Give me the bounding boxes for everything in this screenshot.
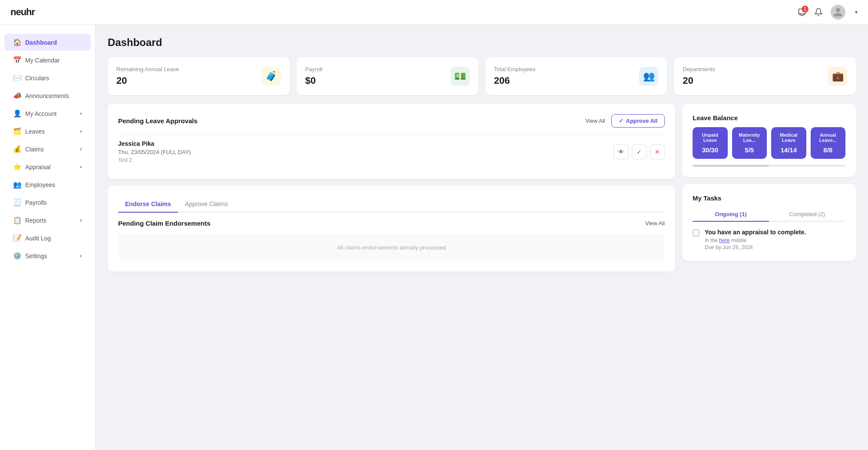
chevron-down-icon: ▾ <box>79 164 82 170</box>
sidebar-item-label: Circulars <box>25 75 49 82</box>
leave-bal-value: 30/30 <box>696 146 724 154</box>
leave-item: Jessica Pika Thu, 23/05/2024 (FULL DAY) … <box>118 135 665 168</box>
leave-bal-card-maternity-lea...[interactable]: Maternity Lea... 5/5 <box>732 127 767 159</box>
bell-button[interactable] <box>814 8 823 16</box>
sidebar-item-label: My Calendar <box>25 57 59 64</box>
sidebar-item-my-account[interactable]: 👤 My Account ▾ <box>4 105 91 122</box>
scroll-indicator <box>693 165 845 167</box>
stat-info: Total Employees 206 <box>494 66 535 86</box>
sidebar-item-label: Reports <box>25 217 46 224</box>
view-leave-button[interactable]: 👁 <box>614 145 628 159</box>
announcements-icon: 📣 <box>13 92 21 100</box>
pending-leave-header: Pending Leave Approvals View All ✓ Appro… <box>118 114 665 128</box>
chevron-down-icon: ▾ <box>79 128 82 135</box>
sidebar-item-appraisal[interactable]: ⭐ Appraisal ▾ <box>4 158 91 175</box>
sidebar-item-employees[interactable]: 👥 Employees <box>4 176 91 193</box>
sidebar-item-label: Announcements <box>25 92 69 99</box>
task-title: You have an appraisal to complete. <box>705 229 806 236</box>
topnav-right: 1 ▾ <box>798 5 858 20</box>
sidebar-item-settings[interactable]: ⚙️ Settings ▾ <box>4 247 91 264</box>
circulars-icon: ✉️ <box>13 74 21 82</box>
stat-value: 20 <box>116 75 179 86</box>
stat-card-departments: Departments 20 💼 <box>674 57 856 95</box>
claims-icon: 💰 <box>13 145 21 153</box>
tasks-tab-completed[interactable]: Completed (2) <box>769 207 845 222</box>
claims-card: Endorse ClaimsApprove Claims Pending Cla… <box>108 186 675 272</box>
sidebar: 🏠 Dashboard 📅 My Calendar ✉️ Circulars 📣… <box>0 24 96 450</box>
stat-icon-remaining-annual-leave: 🧳 <box>262 67 281 86</box>
sidebar-item-label: Appraisal <box>25 164 50 171</box>
task-due: Due by Jun 26, 2024 <box>705 244 806 250</box>
stat-icon-departments: 💼 <box>828 67 847 86</box>
task-link[interactable]: here <box>719 237 729 243</box>
sidebar-item-audit-log[interactable]: 📝 Audit Log <box>4 230 91 246</box>
claims-view-all[interactable]: View All <box>645 220 665 227</box>
approve-leave-button[interactable]: ✓ <box>632 145 647 159</box>
leave-note: Test 2 <box>118 157 191 163</box>
sidebar-item-label: My Account <box>25 110 56 117</box>
tab-approve[interactable]: Approve Claims <box>178 196 235 213</box>
logo: neuhr <box>10 7 35 18</box>
tasks-tab-ongoing[interactable]: Ongoing (1) <box>693 207 769 222</box>
topnav: neuhr 1 ▾ <box>0 0 868 24</box>
task-item: You have an appraisal to complete. In th… <box>693 229 845 250</box>
bottom-row: Pending Leave Approvals View All ✓ Appro… <box>108 104 856 272</box>
leave-balance-card: Leave Balance Unpaid Leave 30/30 Materni… <box>682 104 856 177</box>
avatar[interactable] <box>831 5 845 20</box>
task-sub: In the here middle <box>705 237 806 243</box>
approve-all-button[interactable]: ✓ Approve All <box>611 114 665 128</box>
sidebar-item-leaves[interactable]: 🗂️ Leaves ▾ <box>4 123 91 140</box>
left-column: Pending Leave Approvals View All ✓ Appro… <box>108 104 675 272</box>
task-items: You have an appraisal to complete. In th… <box>693 229 845 250</box>
stat-label: Departments <box>683 66 715 72</box>
sidebar-item-label: Payrolls <box>25 199 47 206</box>
task-checkbox[interactable] <box>693 230 700 236</box>
sidebar-item-label: Employees <box>25 181 55 188</box>
sidebar-item-label: Dashboard <box>25 39 57 46</box>
sidebar-item-announcements[interactable]: 📣 Announcements <box>4 87 91 104</box>
chevron-down-icon: ▾ <box>79 253 82 259</box>
my-account-icon: 👤 <box>13 109 21 118</box>
appraisal-icon: ⭐ <box>13 163 21 171</box>
claims-empty-message: All claims endorsements already processe… <box>118 234 665 261</box>
sidebar-item-payrolls[interactable]: 🧾 Payrolls <box>4 194 91 211</box>
tasks-tabs: Ongoing (1)Completed (2) <box>693 207 845 222</box>
stat-info: Payroll $0 <box>305 66 323 86</box>
scroll-thumb <box>693 165 769 167</box>
main-content: Dashboard Remaining Annual Leave 20 🧳 Pa… <box>96 24 868 450</box>
leave-bal-card-unpaid-leave[interactable]: Unpaid Leave 30/30 <box>693 127 728 159</box>
pending-claims-title: Pending Claim Endorsements <box>118 220 211 227</box>
chevron-down-icon: ▾ <box>79 217 82 223</box>
dashboard-icon: 🏠 <box>13 38 21 46</box>
avatar-caret[interactable]: ▾ <box>855 9 858 15</box>
stat-info: Departments 20 <box>683 66 715 86</box>
leave-items: Jessica Pika Thu, 23/05/2024 (FULL DAY) … <box>118 135 665 168</box>
leave-bal-value: 5/5 <box>736 146 764 154</box>
sidebar-item-reports[interactable]: 📋 Reports ▾ <box>4 212 91 229</box>
sidebar-item-claims[interactable]: 💰 Claims ▾ <box>4 141 91 158</box>
leave-balance-title: Leave Balance <box>693 114 738 122</box>
stat-card-payroll: Payroll $0 💵 <box>297 57 479 95</box>
sidebar-item-my-calendar[interactable]: 📅 My Calendar <box>4 52 91 69</box>
tab-endorse[interactable]: Endorse Claims <box>118 196 178 213</box>
leave-bal-value: 8/8 <box>814 146 842 154</box>
leave-employee-name: Jessica Pika <box>118 140 191 147</box>
stat-value: 206 <box>494 75 535 86</box>
right-panel: Leave Balance Unpaid Leave 30/30 Materni… <box>682 104 856 272</box>
pending-leave-view-all[interactable]: View All <box>585 118 605 124</box>
my-tasks-title: My Tasks <box>693 194 721 202</box>
claims-endorsements-header: Pending Claim Endorsements View All <box>118 220 665 227</box>
leave-actions: 👁 ✓ ✕ <box>614 145 665 159</box>
leave-bal-card-annual-leave...[interactable]: Annual Leave... 8/8 <box>811 127 846 159</box>
sidebar-item-circulars[interactable]: ✉️ Circulars <box>4 69 91 86</box>
reject-leave-button[interactable]: ✕ <box>650 145 665 159</box>
stat-label: Total Employees <box>494 66 535 72</box>
stat-icon-total-employees: 👥 <box>639 67 658 86</box>
notifications-button[interactable]: 1 <box>798 8 806 16</box>
leaves-icon: 🗂️ <box>13 127 21 135</box>
leave-bal-value: 14/14 <box>775 146 803 154</box>
sidebar-item-dashboard[interactable]: 🏠 Dashboard <box>4 34 91 51</box>
stat-card-remaining-annual-leave: Remaining Annual Leave 20 🧳 <box>108 57 290 95</box>
leave-bal-card-medical-leave[interactable]: Medical Leave 14/14 <box>771 127 806 159</box>
stat-icon-payroll: 💵 <box>451 67 470 86</box>
